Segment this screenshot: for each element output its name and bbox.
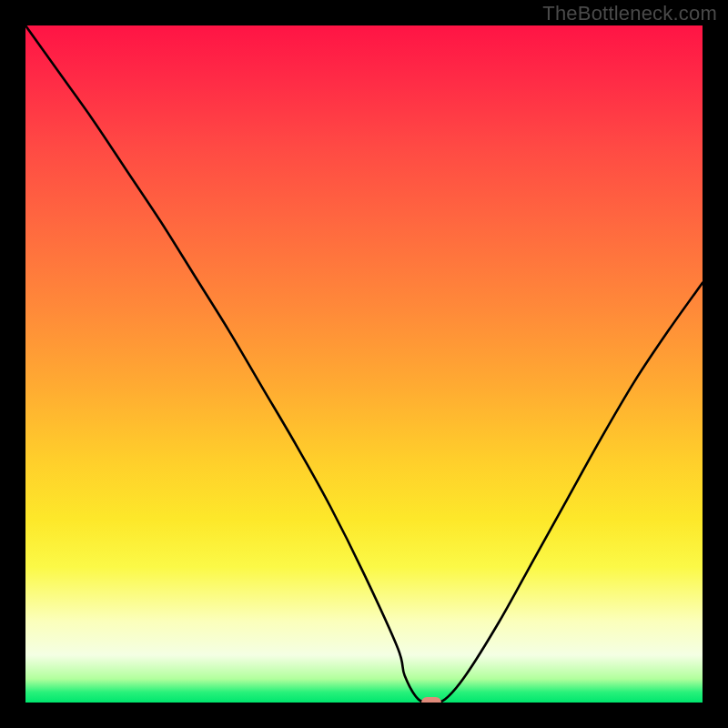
plot-area <box>25 25 703 703</box>
minimum-marker <box>421 697 441 703</box>
chart-frame: TheBottleneck.com <box>0 0 728 728</box>
watermark-text: TheBottleneck.com <box>542 2 717 25</box>
bottleneck-curve <box>25 25 703 703</box>
